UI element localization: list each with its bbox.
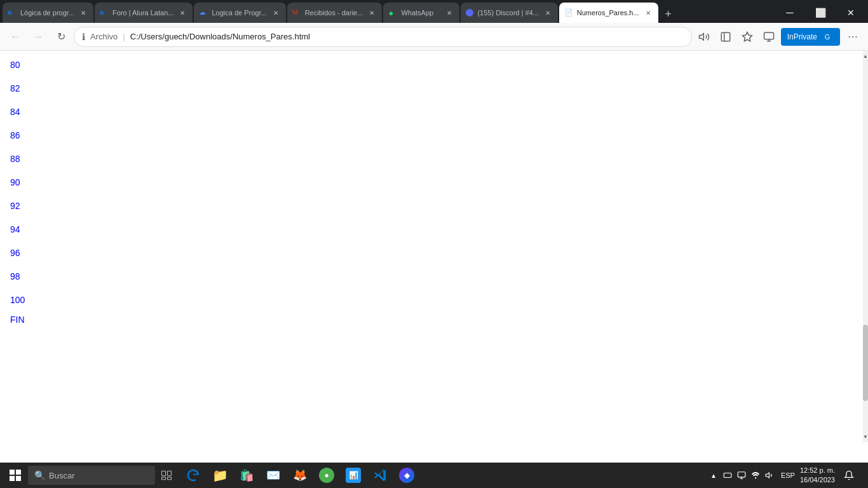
read-aloud-button[interactable] (695, 27, 714, 46)
svg-rect-8 (738, 472, 745, 477)
refresh-button[interactable]: ↻ (51, 27, 71, 47)
forward-button[interactable]: → (28, 27, 48, 47)
svg-rect-3 (162, 471, 166, 476)
tray-keyboard-icon[interactable] (721, 469, 734, 482)
favorites-button[interactable] (738, 27, 757, 46)
number-84: 84 (10, 103, 858, 121)
address-text: C:/Users/guech/Downloads/Numeros_Pares.h… (130, 32, 684, 41)
number-82: 82 (10, 79, 858, 98)
taskbar-store[interactable]: 🛍️ (234, 463, 259, 488)
tab-label-4: Recibidos - darie... (305, 9, 363, 17)
tab-3[interactable]: ☁ Logica de Progr... ✕ (194, 3, 285, 23)
clock[interactable]: 12:52 p. m. 16/04/2023 (800, 466, 835, 485)
svg-marker-10 (766, 473, 769, 478)
address-bar[interactable]: ℹ Archivo | C:/Users/guech/Downloads/Num… (74, 27, 692, 47)
number-80: 80 (10, 56, 858, 74)
number-94: 94 (10, 220, 858, 239)
tab-favicon-3: ☁ (199, 8, 208, 17)
tab-5[interactable]: ● WhatsApp ✕ (383, 3, 459, 23)
tray-icons: ▲ (707, 469, 776, 482)
scrollbar-thumb[interactable] (863, 325, 868, 401)
search-icon: 🔍 (34, 470, 45, 480)
tab-close-5[interactable]: ✕ (444, 8, 454, 18)
clock-date: 16/04/2023 (800, 475, 835, 485)
scrollbar[interactable]: ▲ ▼ (863, 51, 868, 442)
number-86: 86 (10, 126, 858, 145)
tab-7-active[interactable]: 📄 Numeros_Pares.h... ✕ (559, 3, 658, 23)
svg-rect-5 (162, 477, 166, 480)
taskbar-app7[interactable]: 📊 (341, 463, 366, 488)
tab-1[interactable]: a Lógica de progr... ✕ (3, 3, 93, 23)
svg-rect-2 (764, 32, 773, 39)
tab-label-5: WhatsApp (401, 9, 440, 17)
nav-bar: ← → ↻ ℹ Archivo | C:/Users/guech/Downloa… (0, 23, 868, 51)
number-100: 100 (10, 291, 858, 309)
taskbar-vscode[interactable] (367, 463, 393, 488)
more-options-button[interactable]: ⋯ (843, 27, 863, 47)
task-view-button[interactable] (155, 463, 178, 488)
maximize-button[interactable]: ⬜ (806, 3, 835, 23)
tab-close-2[interactable]: ✕ (177, 8, 187, 18)
tab-4[interactable]: M Recibidos - darie... ✕ (287, 3, 383, 23)
tab-label-7: Numeros_Pares.h... (577, 9, 639, 17)
minimize-button[interactable]: ─ (775, 3, 804, 23)
tab-favicon-1: a (8, 8, 17, 17)
app7-icon: 📊 (346, 468, 361, 483)
number-92: 92 (10, 197, 858, 215)
tab-label-6: (155) Discord | #4... (477, 9, 538, 17)
tab-favicon-7: 📄 (564, 8, 573, 17)
svg-point-9 (755, 477, 756, 478)
explorer-icon: 📁 (212, 468, 227, 483)
tab-6[interactable]: (155) Discord | #4... ✕ (461, 3, 557, 23)
start-button[interactable] (3, 463, 28, 488)
tray-network-icon[interactable] (749, 469, 762, 482)
taskbar-firefox[interactable]: 🦊 (287, 463, 313, 488)
tab-close-7[interactable]: ✕ (643, 8, 653, 18)
collections-button[interactable] (759, 27, 778, 46)
taskbar-app6[interactable]: ● (314, 463, 339, 488)
tab-label-2: Foro | Alura Latan... (112, 9, 173, 17)
profile-avatar: G (821, 30, 834, 43)
windows-icon (10, 470, 21, 481)
address-prefix: Archivo (90, 32, 118, 41)
tab-close-6[interactable]: ✕ (543, 8, 553, 18)
tab-2[interactable]: a Foro | Alura Latan... ✕ (95, 3, 193, 23)
number-96: 96 (10, 244, 858, 262)
svg-rect-0 (721, 32, 730, 41)
scroll-arrow-down[interactable]: ▼ (863, 431, 868, 442)
tab-strip: a Lógica de progr... ✕ a Foro | Alura La… (0, 0, 868, 23)
tab-favicon-4: M (292, 8, 301, 17)
language-indicator: ESP (778, 471, 797, 479)
tab-close-1[interactable]: ✕ (78, 8, 88, 18)
notification-button[interactable] (837, 463, 860, 488)
tab-close-4[interactable]: ✕ (367, 8, 377, 18)
taskbar-apps: 📁 🛍️ ✉️ 🦊 ● 📊 (180, 463, 419, 488)
taskbar-copilot[interactable]: ◆ (394, 463, 419, 488)
copilot-icon: ◆ (399, 468, 414, 483)
immersive-reader-button[interactable] (716, 27, 735, 46)
taskbar-right: ▲ (707, 463, 865, 488)
taskbar-edge[interactable] (180, 463, 206, 488)
svg-rect-4 (168, 471, 172, 476)
fin-label: FIN (10, 315, 858, 325)
taskbar: 🔍 Buscar 📁 🛍️ ✉️ (0, 463, 868, 488)
tab-favicon-2: a (100, 8, 109, 17)
tray-display-icon[interactable] (735, 469, 748, 482)
back-button[interactable]: ← (5, 27, 25, 47)
scroll-arrow-up[interactable]: ▲ (863, 51, 868, 62)
page-content: 80 82 84 86 88 90 92 94 96 98 100 FIN ▲ … (0, 51, 868, 442)
taskbar-explorer[interactable]: 📁 (207, 463, 233, 488)
tray-volume-icon[interactable] (763, 469, 776, 482)
inprivate-profile-button[interactable]: InPrivate G (781, 28, 840, 46)
tab-favicon-6 (466, 9, 473, 17)
taskbar-mail[interactable]: ✉️ (261, 463, 286, 488)
svg-rect-7 (724, 473, 731, 478)
tab-favicon-5: ● (388, 8, 397, 17)
address-info-icon: ℹ (82, 32, 85, 42)
tray-expand-button[interactable]: ▲ (707, 469, 720, 482)
new-tab-button[interactable]: + (660, 5, 677, 23)
svg-rect-6 (168, 477, 172, 480)
taskbar-search[interactable]: 🔍 Buscar (28, 466, 155, 485)
tab-close-3[interactable]: ✕ (271, 8, 281, 18)
close-button[interactable]: ✕ (836, 3, 865, 23)
